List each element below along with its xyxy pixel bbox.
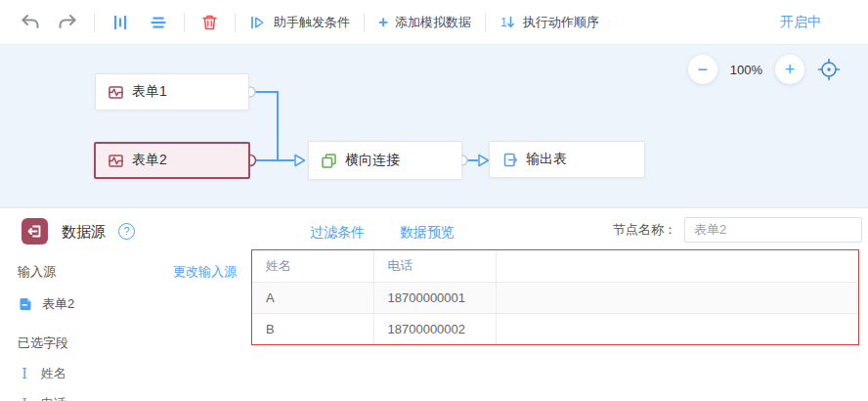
svg-text:1: 1	[500, 16, 507, 29]
zoom-out-button[interactable]: −	[688, 55, 717, 84]
help-icon[interactable]: ?	[118, 223, 135, 240]
trigger-condition-button[interactable]: 助手触发条件	[249, 14, 350, 31]
delete-node-button[interactable]	[198, 11, 221, 34]
table-cell	[496, 282, 858, 313]
table-row[interactable]: B 18700000002	[252, 313, 858, 344]
action-order-label: 执行动作顺序	[523, 14, 599, 31]
node-label: 横向连接	[345, 152, 400, 169]
panel-title: 数据源	[62, 223, 106, 242]
node-output-table[interactable]: 输出表	[489, 141, 645, 178]
node-name-group: 节点名称：	[613, 217, 862, 243]
form-node-icon	[108, 84, 124, 101]
table-header-row: 姓名 电话	[252, 250, 858, 282]
input-source-item[interactable]: 表单2	[18, 295, 237, 313]
input-source-label: 输入源	[18, 263, 56, 281]
field-item-phone[interactable]: I 电话	[18, 395, 237, 401]
redo-button[interactable]	[55, 11, 80, 34]
action-order-button[interactable]: 1 执行动作顺序	[499, 14, 599, 31]
undo-icon	[20, 13, 41, 32]
join-node-icon	[321, 153, 337, 169]
numeric-sort-icon: 1	[499, 14, 516, 30]
node-form2[interactable]: 表单2	[94, 142, 250, 179]
add-mock-data-button[interactable]: + 添加模拟数据	[378, 14, 471, 31]
column-header: 姓名	[252, 250, 373, 282]
play-trigger-icon	[249, 15, 267, 30]
align-horizontal-button[interactable]	[147, 11, 170, 34]
selected-fields-label: 已选字段	[18, 334, 237, 352]
data-preview-table: 姓名 电话 A 18700000001 B 18700000002	[251, 249, 859, 345]
node-horizontal-join[interactable]: 横向连接	[308, 141, 462, 180]
zoom-controls: − 100% +	[688, 55, 841, 84]
text-field-icon: I	[18, 366, 31, 381]
status-toggle[interactable]: 开启中	[780, 14, 821, 31]
node-label: 表单1	[132, 83, 167, 101]
table-row[interactable]: A 18700000001	[252, 282, 858, 313]
table-cell: A	[252, 282, 373, 313]
input-source-name: 表单2	[42, 295, 74, 313]
form-file-icon	[18, 296, 33, 312]
node-form1[interactable]: 表单1	[95, 73, 249, 111]
config-panel: 数据源 ? 过滤条件 数据预览 节点名称： 输入源 更改输入源 表单2	[0, 207, 868, 401]
change-input-source-link[interactable]: 更改输入源	[173, 263, 237, 281]
table-cell: 18700000002	[373, 313, 496, 344]
toolbar-divider	[235, 13, 236, 32]
table-cell	[496, 313, 858, 344]
plus-icon: +	[785, 60, 796, 79]
trash-icon	[200, 13, 219, 32]
align-vertical-icon	[110, 13, 130, 32]
field-item-name[interactable]: I 姓名	[18, 365, 237, 382]
toolbar-divider	[485, 13, 486, 32]
data-source-icon	[22, 218, 48, 245]
plus-icon: +	[378, 14, 388, 30]
table-cell: 18700000001	[373, 282, 496, 313]
toolbar-divider	[94, 13, 95, 32]
node-name-label: 节点名称：	[613, 221, 676, 239]
minus-icon: −	[697, 60, 708, 79]
undo-button[interactable]	[18, 11, 43, 34]
align-vertical-button[interactable]	[108, 11, 132, 34]
column-header	[496, 250, 858, 282]
zoom-level: 100%	[730, 63, 762, 77]
add-mock-data-label: 添加模拟数据	[395, 14, 471, 31]
output-node-icon	[501, 152, 518, 168]
toolbar: 助手触发条件 + 添加模拟数据 1 执行动作顺序 开启中	[0, 0, 868, 45]
toolbar-divider	[184, 13, 185, 32]
text-field-icon: I	[18, 396, 31, 401]
node-name-input[interactable]	[684, 217, 862, 243]
field-name: 电话	[41, 395, 66, 401]
panel-sidebar: 输入源 更改输入源 表单2 已选字段 I 姓名 I 电话	[0, 249, 251, 401]
trigger-condition-label: 助手触发条件	[274, 14, 350, 31]
toolbar-divider	[364, 13, 365, 32]
locate-center-icon[interactable]	[817, 58, 841, 81]
node-label: 表单2	[132, 152, 167, 169]
node-label: 输出表	[526, 151, 567, 168]
flow-canvas[interactable]: 表单1 表单2 横向连接 输出表 − 100%	[0, 45, 868, 207]
table-cell: B	[252, 313, 373, 344]
redo-icon	[57, 13, 78, 32]
zoom-in-button[interactable]: +	[775, 55, 804, 84]
column-header: 电话	[373, 250, 496, 282]
form-node-icon	[108, 153, 124, 169]
align-horizontal-icon	[149, 13, 168, 32]
field-name: 姓名	[41, 365, 66, 382]
flow-editor: 助手触发条件 + 添加模拟数据 1 执行动作顺序 开启中	[0, 0, 868, 401]
